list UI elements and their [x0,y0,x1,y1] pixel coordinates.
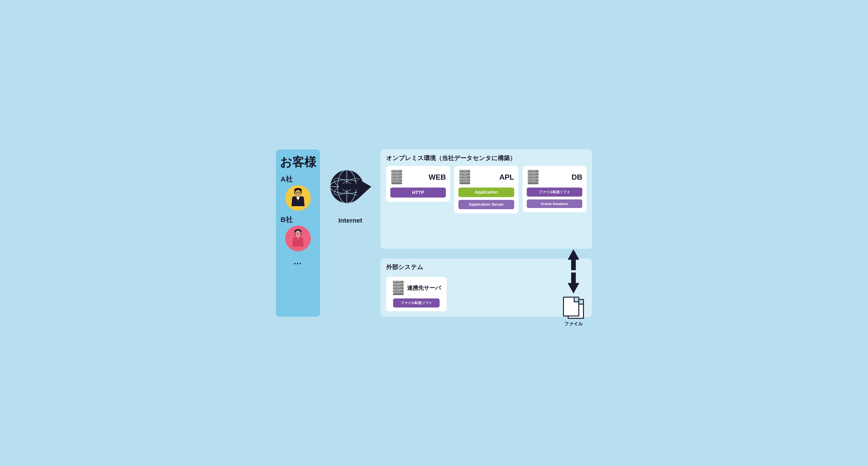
svg-rect-37 [392,177,394,177]
svg-point-35 [400,174,401,175]
svg-rect-81 [397,281,401,282]
svg-rect-72 [531,177,535,177]
db-label: DB [542,173,582,182]
external-box: 外部システム [380,258,592,317]
right-column: オンプレミス環境（当社データセンタに構築） [380,150,592,317]
svg-rect-42 [395,180,399,180]
file-stack-icon [563,296,584,319]
onprem-title: オンプレミス環境（当社データセンタに構築） [386,154,587,162]
svg-rect-95 [393,293,404,295]
svg-point-77 [536,180,537,181]
svg-rect-84 [394,284,396,285]
svg-point-90 [402,288,403,289]
svg-point-31 [400,171,401,172]
svg-rect-44 [392,182,402,184]
svg-rect-38 [395,177,399,177]
svg-rect-30 [395,170,399,171]
servers-row: WEB HTTP [386,166,587,213]
svg-rect-80 [394,281,396,282]
internet-globe-icon [325,163,376,219]
apl-server-card: APL Application Application Server [454,166,518,213]
svg-point-48 [468,171,469,172]
svg-rect-67 [529,174,530,174]
svg-point-94 [402,291,403,292]
customer-a-label: A社 [278,175,293,184]
svg-rect-85 [397,284,401,285]
apl-server-header: APL [458,170,514,185]
svg-rect-51 [463,174,467,174]
internet-label: Internet [338,217,363,224]
svg-rect-63 [529,170,530,171]
svg-point-43 [400,180,401,181]
app-server-pill: Application Server [458,200,514,209]
svg-marker-96 [568,249,579,270]
dots-label: … [293,257,303,266]
customer-b-avatar [285,226,311,251]
svg-rect-41 [392,180,394,180]
web-rack-icon [390,170,403,185]
svg-point-16 [297,233,298,234]
svg-point-39 [400,177,401,178]
customer-a-avatar [285,185,311,211]
external-title: 外部システム [386,263,423,271]
web-server-header: WEB [390,170,446,185]
svg-point-8 [299,192,300,193]
male-person-icon [289,188,307,209]
svg-point-73 [536,177,537,178]
svg-rect-34 [395,174,399,174]
svg-point-56 [468,177,469,178]
svg-point-17 [299,233,300,234]
svg-point-7 [297,192,297,193]
external-server-label: 連携先サーバ [407,284,441,292]
svg-rect-54 [460,177,462,177]
db-rack-icon [527,170,539,185]
svg-rect-75 [529,180,530,180]
svg-rect-71 [529,177,530,177]
svg-point-60 [468,180,469,181]
svg-rect-33 [392,174,394,174]
svg-rect-93 [397,290,401,291]
svg-rect-58 [460,180,462,180]
customer-a-group: A社 [278,175,318,211]
file-transfer-area: ファイル [560,248,587,327]
svg-rect-61 [460,182,470,184]
svg-rect-76 [531,180,535,180]
svg-point-86 [402,285,403,286]
file-label: ファイル [564,321,583,327]
apl-label: APL [474,173,514,182]
apl-rack-icon [458,170,471,185]
svg-rect-88 [394,287,396,288]
web-http-pill: HTTP [390,188,446,197]
svg-rect-64 [531,170,535,171]
web-label: WEB [406,173,446,182]
sidebar: お客様 A社 [276,150,320,317]
svg-rect-78 [528,182,538,184]
external-server-card: 連携先サーバ ファイル転送ソフト [386,277,446,311]
external-content: 外部システム [386,263,446,311]
internet-area: Internet [320,150,380,317]
sidebar-title: お客様 [280,154,316,170]
svg-rect-68 [531,174,535,174]
external-file-transfer-pill: ファイル転送ソフト [393,299,440,308]
svg-point-9 [298,193,299,194]
svg-point-69 [536,174,537,175]
svg-point-82 [402,282,403,283]
application-pill: Application [458,188,514,197]
onprem-box: オンプレミス環境（当社データセンタに構築） [380,150,592,249]
svg-rect-55 [463,177,467,177]
svg-rect-47 [463,170,467,171]
file-arrows-icon [560,248,587,295]
svg-point-15 [295,230,301,237]
svg-marker-97 [568,273,579,293]
svg-rect-46 [460,170,462,171]
svg-point-6 [295,190,301,196]
svg-rect-50 [460,174,462,174]
external-server-header: 連携先サーバ [392,281,441,296]
db-server-card: DB ファイル転送ソフト Oracle Database [523,166,587,212]
customer-b-label: B社 [278,215,293,224]
svg-point-52 [468,174,469,175]
web-server-card: WEB HTTP [386,166,450,202]
svg-point-65 [536,171,537,172]
oracle-db-pill: Oracle Database [527,199,582,208]
db-server-header: DB [527,170,582,185]
